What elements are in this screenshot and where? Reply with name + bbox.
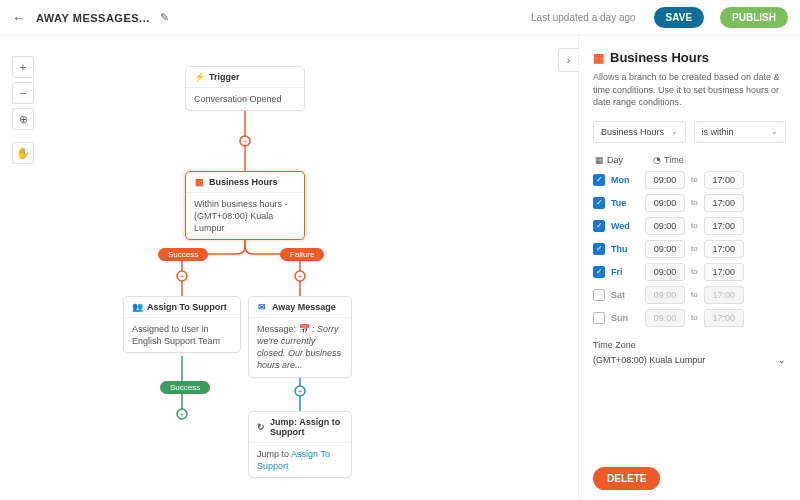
publish-button[interactable]: PUBLISH (720, 7, 788, 28)
save-button[interactable]: SAVE (654, 7, 705, 28)
assign-icon: 👥 (132, 302, 142, 312)
svg-point-0 (240, 136, 250, 146)
node-body: Assigned to user in English Support Team (124, 317, 240, 352)
to-label: to (691, 175, 698, 184)
branch-pill-success-2: Success (160, 381, 210, 394)
timezone-select[interactable]: (GMT+08:00) Kuala Lumpur⌄ (593, 353, 786, 368)
time-to-input[interactable]: 17:00 (704, 309, 744, 327)
svg-point-8 (295, 386, 305, 396)
canvas[interactable]: + − ⊕ ✋ › + + + + + + ⚡Trigger (0, 36, 578, 500)
delete-button[interactable]: DELETE (593, 467, 660, 490)
time-to-input[interactable]: 17:00 (704, 286, 744, 304)
timezone-label: Time Zone (593, 340, 786, 350)
panel-title: ▦ Business Hours (593, 50, 786, 65)
svg-text:+: + (243, 137, 248, 146)
day-label: Sat (611, 290, 639, 300)
mail-icon: ✉ (257, 302, 267, 312)
panel-description: Allows a branch to be created based on d… (593, 71, 786, 109)
sidebar: ▦ Business Hours Allows a branch to be c… (578, 36, 800, 500)
to-label: to (691, 290, 698, 299)
workflow-title: AWAY MESSAGES... (36, 12, 150, 24)
time-to-input[interactable]: 17:00 (704, 240, 744, 258)
schedule-header: ▦Day ◔Time (593, 155, 786, 165)
day-row: ✓Thu09:00to17:00 (593, 240, 786, 258)
zoom-out-button[interactable]: − (12, 82, 34, 104)
node-away-message[interactable]: ✉Away Message Message: 📅 : Sorry we're c… (248, 296, 352, 378)
day-label: Tue (611, 198, 639, 208)
time-from-input[interactable]: 09:00 (645, 171, 685, 189)
calendar-small-icon: ▦ (595, 155, 604, 165)
trigger-icon: ⚡ (194, 72, 204, 82)
node-trigger[interactable]: ⚡Trigger Conversation Opened (185, 66, 305, 111)
canvas-tools: + − ⊕ ✋ (12, 56, 34, 168)
branch-pill-failure: Failure (280, 248, 324, 261)
day-row: Sun09:00to17:00 (593, 309, 786, 327)
calendar-icon: ▦ (194, 177, 204, 187)
jump-icon: ↻ (257, 422, 265, 432)
time-from-input[interactable]: 09:00 (645, 240, 685, 258)
svg-text:+: + (180, 410, 185, 419)
svg-text:+: + (298, 272, 303, 281)
collapse-panel-icon[interactable]: › (558, 48, 578, 72)
day-checkbox[interactable]: ✓ (593, 243, 605, 255)
days-list: ✓Mon09:00to17:00✓Tue09:00to17:00✓Wed09:0… (593, 171, 786, 332)
time-from-input[interactable]: 09:00 (645, 194, 685, 212)
pan-button[interactable]: ✋ (12, 142, 34, 164)
day-row: ✓Fri09:00to17:00 (593, 263, 786, 281)
svg-point-2 (177, 271, 187, 281)
chevron-down-icon: ⌄ (778, 355, 786, 365)
to-label: to (691, 244, 698, 253)
time-to-input[interactable]: 17:00 (704, 194, 744, 212)
day-row: Sat09:00to17:00 (593, 286, 786, 304)
svg-point-6 (177, 409, 187, 419)
zoom-in-button[interactable]: + (12, 56, 34, 78)
day-checkbox[interactable] (593, 312, 605, 324)
day-checkbox[interactable]: ✓ (593, 197, 605, 209)
node-title: Assign To Support (147, 302, 227, 312)
svg-point-4 (295, 271, 305, 281)
day-checkbox[interactable]: ✓ (593, 266, 605, 278)
to-label: to (691, 267, 698, 276)
node-assign-support[interactable]: 👥Assign To Support Assigned to user in E… (123, 296, 241, 353)
svg-text:+: + (298, 387, 303, 396)
time-to-input[interactable]: 17:00 (704, 217, 744, 235)
condition-type-select[interactable]: Business Hours⌄ (593, 121, 686, 143)
time-from-input[interactable]: 09:00 (645, 217, 685, 235)
fit-view-button[interactable]: ⊕ (12, 108, 34, 130)
chevron-down-icon: ⌄ (671, 127, 678, 136)
clock-icon: ◔ (653, 155, 661, 165)
node-business-hours[interactable]: ▦Business Hours Within business hours - … (185, 171, 305, 240)
day-checkbox[interactable]: ✓ (593, 220, 605, 232)
edit-title-icon[interactable]: ✎ (160, 11, 169, 24)
svg-text:+: + (180, 272, 185, 281)
back-icon[interactable]: ← (12, 10, 26, 26)
to-label: to (691, 221, 698, 230)
node-title: Away Message (272, 302, 336, 312)
node-jump[interactable]: ↻Jump: Assign to Support Jump to Assign … (248, 411, 352, 478)
day-label: Thu (611, 244, 639, 254)
last-updated: Last updated a day ago (531, 12, 636, 23)
time-from-input[interactable]: 09:00 (645, 309, 685, 327)
day-row: ✓Mon09:00to17:00 (593, 171, 786, 189)
day-checkbox[interactable] (593, 289, 605, 301)
node-title: Jump: Assign to Support (270, 417, 343, 437)
chevron-down-icon: ⌄ (771, 127, 778, 136)
node-title: Business Hours (209, 177, 278, 187)
time-from-input[interactable]: 09:00 (645, 286, 685, 304)
node-body: Message: 📅 : Sorry we're currently close… (249, 317, 351, 377)
branch-pill-success: Success (158, 248, 208, 261)
day-label: Sun (611, 313, 639, 323)
node-body: Within business hours - (GMT+08:00) Kual… (186, 192, 304, 239)
day-label: Mon (611, 175, 639, 185)
time-to-input[interactable]: 17:00 (704, 263, 744, 281)
day-label: Wed (611, 221, 639, 231)
to-label: to (691, 198, 698, 207)
time-to-input[interactable]: 17:00 (704, 171, 744, 189)
day-checkbox[interactable]: ✓ (593, 174, 605, 186)
node-body: Jump to Assign To Support (249, 442, 351, 477)
time-from-input[interactable]: 09:00 (645, 263, 685, 281)
day-row: ✓Tue09:00to17:00 (593, 194, 786, 212)
day-row: ✓Wed09:00to17:00 (593, 217, 786, 235)
condition-operator-select[interactable]: is within⌄ (694, 121, 787, 143)
calendar-icon: ▦ (593, 51, 604, 65)
